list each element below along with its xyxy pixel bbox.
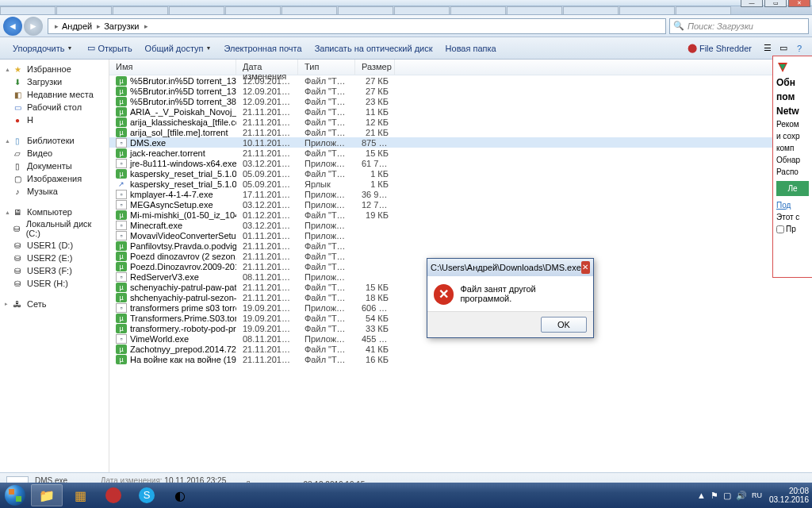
taskbar-opera[interactable] [98,484,129,506]
open-button[interactable]: ▭Открыть [79,42,138,55]
organize-button[interactable]: Упорядочить▼ [6,44,79,53]
file-size: 19 КБ [355,210,395,220]
kasp-etc: Этот с [776,213,809,221]
crumb-folder[interactable]: Загрузки [104,21,139,31]
bg-tab[interactable] [56,6,112,14]
bg-tab[interactable] [676,6,731,14]
file-row[interactable]: ▫Minecraft.exe03.12.2016 16:58Приложение [109,220,812,230]
tray-volume-icon[interactable]: 🔊 [736,491,747,501]
bg-tab[interactable] [0,6,56,14]
email-button[interactable]: Электронная почта [217,44,308,53]
sidebar-favorites[interactable]: ▲★Избранное [0,63,109,75]
close-button[interactable]: ✕ [788,0,810,7]
col-name[interactable]: Имя [109,60,236,75]
breadcrumb[interactable]: ▸ Андрей ▸ Загрузки ▸ [48,18,666,34]
preview-pane-button[interactable]: ▭ [777,42,790,55]
bg-tab[interactable] [225,6,281,14]
bg-tab[interactable] [450,6,506,14]
kasp-link[interactable]: Под [776,201,809,210]
sidebar-item-drive-e[interactable]: ⛁USER2 (E:) [0,252,109,264]
minimize-button[interactable]: — [741,0,763,7]
sidebar-network[interactable]: ▸🖧Сеть [0,298,109,310]
file-row[interactable]: µkaspersky_reset_trial_5.1.0.29.exe.torr… [109,168,812,179]
col-size[interactable]: Размер [355,60,395,75]
file-row[interactable]: µARIA_-_V_Poiskah_Novoj_Zhertvy_(AntiS..… [109,106,812,117]
file-row[interactable]: ↗kaspersky_reset_trial_5.1.0.29.exe.torr… [109,179,812,189]
col-type[interactable]: Тип [298,60,355,75]
file-row[interactable]: µjack-reacher.torrent21.11.2016 12:30Фай… [109,148,812,158]
tray-flag-icon[interactable]: ⚑ [710,491,718,501]
file-date: 12.09.2016 15:21 [236,76,298,86]
file-row[interactable]: µMi-mi-mishki_(01-50_iz_104)_(2,76GB)[R.… [109,210,812,220]
kasp-checkbox[interactable] [776,225,784,233]
crumb-user[interactable]: Андрей [62,21,92,31]
tray-clock[interactable]: 20:08 03.12.2016 [769,487,809,504]
sidebar-item-downloads[interactable]: ⬇Загрузки [0,75,109,88]
view-button[interactable]: ☰ [761,42,774,55]
bg-tab[interactable] [282,6,337,14]
file-shredder-button[interactable]: ⬤File Shredder [681,43,758,53]
tray-up-icon[interactable]: ▲ [697,491,706,500]
picture-icon: ▢ [11,173,24,184]
sidebar-item-pictures[interactable]: ▢Изображения [0,172,109,185]
file-row[interactable]: ▫DMS.exe10.11.2016 23:25Приложение875 КБ [109,137,812,148]
sidebar-item-drive-h[interactable]: ⛁USER (H:) [0,277,109,290]
bg-tab[interactable] [113,6,168,14]
dialog-close-button[interactable]: ✕ [581,261,590,274]
maximize-button[interactable]: ▭ [764,0,787,7]
sidebar-item-videos[interactable]: ▱Видео [0,147,109,160]
forward-button[interactable]: ► [24,17,43,36]
file-row[interactable]: µ%5Brutor.in%5D torrent_138413 (1).torre… [109,75,812,86]
taskbar-app[interactable]: ▦ [64,484,96,506]
taskbar-skype[interactable]: S [131,484,163,506]
bg-tab[interactable] [169,6,224,14]
new-folder-button[interactable]: Новая папка [439,44,503,53]
sidebar-computer[interactable]: ▲🖥Компьютер [0,206,109,218]
taskbar-app2[interactable]: ◐ [164,484,196,506]
bg-tab[interactable] [394,6,450,14]
back-button[interactable]: ◄ [3,17,22,36]
sidebar-item-documents[interactable]: ▯Документы [0,160,109,172]
sidebar-item-drive-f[interactable]: ⛁USER3 (F:) [0,264,109,277]
file-row[interactable]: ▫kmplayer-4-1-4-7.exe17.11.2016 20:07При… [109,189,812,199]
file-row[interactable]: ▫MovaviVideoConverterSetupO_1.exe01.11.2… [109,230,812,241]
tray-lang-icon[interactable]: RU [752,491,762,499]
file-row[interactable]: µZachotnyy_prepod.2014.720p.BluRay.x26..… [109,344,812,354]
tray-network-icon[interactable]: ▢ [723,491,731,501]
file-row[interactable]: ▫jre-8u111-windows-x64.exe03.12.2016 18:… [109,158,812,168]
file-icon: µ [116,355,127,364]
file-size: 455 КБ [355,334,395,344]
sidebar-item-desktop[interactable]: ▭Рабочий стол [0,101,109,114]
sidebar-libraries[interactable]: ▲▯Библиотеки [0,134,109,147]
file-row[interactable]: µarija_klassicheskaja_[tfile.co].torrent… [109,117,812,127]
file-row[interactable]: µarija_sol_[tfile.me].torrent21.11.2016 … [109,127,812,137]
sidebar-item-recent[interactable]: ◧Недавние места [0,88,109,101]
file-row[interactable]: ▫MEGAsyncSetup.exe03.12.2016 19:03Прилож… [109,199,812,210]
burn-button[interactable]: Записать на оптический диск [308,44,439,53]
file-row[interactable]: µPanfilovtsy.Pravda.o.podvige.2015.XviD.… [109,241,812,251]
dialog-title-bar[interactable]: C:\Users\Андрей\Downloads\DMS.exe ✕ [427,259,593,276]
bg-tab[interactable] [338,6,393,14]
file-row[interactable]: µ%5Brutor.in%5D torrent_138413.torrent12… [109,86,812,96]
file-row[interactable]: µНа войне как на войне (1969) DVDRip от.… [109,354,812,364]
col-date[interactable]: Дата изменения [236,60,298,75]
kasp-action-button[interactable]: Ле [776,181,809,196]
taskbar-explorer[interactable]: 📁 [31,484,63,506]
sidebar-item-drive-d[interactable]: ⛁USER1 (D:) [0,239,109,252]
sidebar-item-music[interactable]: ♪Музыка [0,185,109,198]
file-row[interactable]: µ%5Brutor.in%5D torrent_382925.torrent12… [109,96,812,106]
ok-button[interactable]: OK [541,317,587,333]
file-name: %5Brutor.in%5D torrent_138413.torrent [130,87,236,96]
search-input[interactable]: 🔍 Поиск: Загрузки [669,18,809,34]
title-bar: — ▭ ✕ [0,0,812,6]
sidebar-item-h[interactable]: ●Н [0,114,109,126]
bg-tab[interactable] [507,6,562,14]
bg-tab[interactable] [563,6,619,14]
help-button[interactable]: ? [793,42,806,55]
bg-tab[interactable] [619,6,675,14]
kasp-h3: Netw [776,106,809,117]
share-button[interactable]: Общий доступ▼ [139,44,218,53]
file-name: shchenyachiy-patrul-sezon-3-400x.torrent [130,293,236,302]
sidebar-item-drive-c[interactable]: ⛁Локальный диск (C:) [0,218,109,239]
start-button[interactable] [0,483,30,508]
